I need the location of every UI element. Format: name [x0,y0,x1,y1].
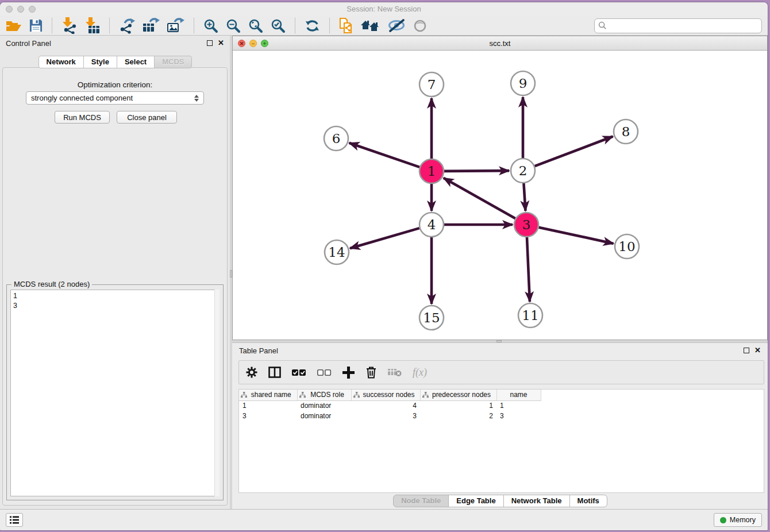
column-header-successor-nodes[interactable]: successor nodes [351,390,420,400]
column-header-predecessor-nodes[interactable]: predecessor nodes [420,390,496,400]
show-columns-icon[interactable] [268,364,281,381]
memory-status-icon [720,517,726,523]
settings-gear-icon[interactable] [246,364,257,381]
table-row[interactable]: 3dominator323 [239,411,541,421]
close-panel-icon[interactable]: ✕ [218,40,224,46]
result-scrollbar[interactable] [214,290,220,496]
zoom-out-icon[interactable] [226,17,241,34]
minimize-window-icon[interactable] [17,6,24,13]
tab-mcds[interactable]: MCDS [154,56,192,68]
column-header-shared-name[interactable]: shared name [239,390,297,400]
table-cell[interactable]: 3 [351,411,420,421]
network-canvas[interactable]: 7968124314101511 [233,51,767,340]
tab-network[interactable]: Network [38,56,84,68]
mcds-panel: Optimization criterion: strongly connect… [2,67,228,506]
task-history-button[interactable] [6,513,23,527]
open-file-icon[interactable] [6,17,22,34]
graph-edge-3-1[interactable] [444,178,515,218]
network-window-controls[interactable]: ✕ − + [238,40,268,47]
zoom-in-icon[interactable] [203,17,218,34]
graph-edge-2-8[interactable] [535,137,613,167]
window-controls[interactable] [6,6,36,13]
toolbar-separator [109,18,110,33]
graph-node-label: 4 [428,217,436,232]
search-box[interactable] [594,18,762,33]
tab-edge-table[interactable]: Edge Table [448,495,503,507]
column-header-name[interactable]: name [496,390,541,400]
close-panel-button[interactable]: Close panel [117,111,177,124]
import-network-icon[interactable] [61,17,77,34]
control-panel: Control Panel ✕ NetworkStyleSelectMCDS O… [0,36,230,509]
close-network-icon[interactable]: ✕ [238,40,245,47]
graph-edge-3-11[interactable] [527,237,530,302]
zoom-selected-icon[interactable] [271,17,286,34]
network-graph[interactable]: 7968124314101511 [233,51,767,340]
graph-node-label: 1 [428,164,436,179]
select-all-icon[interactable] [292,364,306,381]
save-session-icon[interactable] [29,17,43,34]
tab-node-table[interactable]: Node Table [393,495,449,507]
toolbar-separator [295,18,295,33]
table-cell[interactable]: 3 [496,411,541,421]
splitter-handle[interactable] [230,270,232,277]
float-panel-icon[interactable] [207,40,213,46]
import-table-icon[interactable] [84,17,100,34]
run-mcds-button[interactable]: Run MCDS [55,111,110,124]
table-row[interactable]: 1dominator411 [239,400,541,411]
maximize-window-icon[interactable] [29,6,36,13]
zoom-fit-icon[interactable] [248,17,263,34]
tab-style[interactable]: Style [83,56,117,68]
node-table[interactable]: shared nameMCDS rolesuccessor nodesprede… [238,389,764,493]
graph-edge-2-3[interactable] [523,183,525,211]
table-cell[interactable]: 3 [239,411,297,421]
table-cell[interactable]: 1 [496,400,541,411]
network-window-titlebar: ✕ − + scc.txt [233,36,767,51]
refresh-layout-icon[interactable] [305,17,320,34]
table-cell[interactable]: dominator [297,411,351,421]
graph-edge-1-2[interactable] [444,171,509,171]
float-table-panel-icon[interactable] [744,348,749,353]
criterion-select[interactable]: strongly connected component [26,91,204,105]
control-panel-header: Control Panel ✕ [0,36,230,51]
column-label: successor nodes [360,391,418,399]
list-icon [10,516,19,524]
column-header-MCDS-role[interactable]: MCDS role [297,390,351,400]
delete-table-icon[interactable] [388,364,402,381]
close-window-icon[interactable] [6,6,13,13]
table-cell[interactable]: 4 [351,400,420,411]
export-image-icon[interactable] [167,17,184,34]
criterion-value: strongly connected component [31,94,133,102]
table-cell[interactable]: 2 [420,411,496,421]
function-builder-icon[interactable]: f(x) [413,367,427,379]
tab-motifs[interactable]: Motifs [569,495,607,507]
column-label: shared name [247,391,295,399]
search-input[interactable] [609,21,758,30]
export-table-icon[interactable] [143,17,160,34]
graph-node-label: 8 [622,124,630,139]
houses-icon[interactable] [360,17,380,34]
graph-edge-1-6[interactable] [349,143,419,167]
show-all-icon[interactable] [413,17,427,34]
main-toolbar [0,16,768,36]
graph-node-label: 3 [522,217,531,232]
graph-edge-3-10[interactable] [538,228,613,244]
zoom-network-icon[interactable]: + [261,40,268,47]
memory-button[interactable]: Memory [714,513,762,527]
table-cell[interactable]: dominator [297,400,351,411]
graph-edge-4-14[interactable] [350,228,419,248]
hide-selected-icon[interactable] [388,17,406,34]
table-cell[interactable]: 1 [239,400,297,411]
tab-select[interactable]: Select [117,56,155,68]
add-row-icon[interactable] [342,364,355,381]
minimize-network-icon[interactable]: − [249,40,257,47]
table-cell[interactable]: 1 [420,400,496,411]
mcds-result-text[interactable]: 13 [10,290,220,496]
delete-row-icon[interactable] [365,364,377,381]
table-panel-title: Table Panel [239,346,278,355]
deselect-all-icon[interactable] [317,364,332,381]
right-region: ✕ − + scc.txt 7968124314101511 Table Pan… [232,36,768,509]
clone-network-icon[interactable] [339,17,353,34]
tab-network-table[interactable]: Network Table [503,495,570,507]
export-network-icon[interactable] [119,17,135,34]
close-table-panel-icon[interactable]: ✕ [754,348,761,353]
